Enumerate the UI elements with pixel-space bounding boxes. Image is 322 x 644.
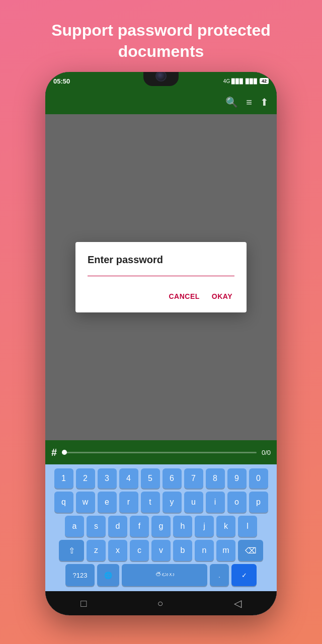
camera-lens (155, 72, 167, 82)
key-u[interactable]: u (184, 492, 203, 513)
key-j[interactable]: j (195, 516, 214, 537)
share-icon[interactable]: ⬆ (260, 96, 269, 108)
content-area: Enter password CANCEL OKAY (45, 114, 277, 440)
page-count: 0/0 (262, 449, 271, 456)
key-t[interactable]: t (141, 492, 160, 513)
dialog-input-underline (88, 276, 234, 276)
key-v[interactable]: v (151, 540, 171, 561)
title-line1: Support password protected (51, 21, 271, 39)
key-c[interactable]: c (130, 540, 149, 561)
key-b[interactable]: b (173, 540, 192, 561)
key-2[interactable]: 2 (76, 468, 95, 489)
keyboard-row-z: ⇧ z x c v b n m ⌫ (47, 540, 275, 561)
num-sym-key[interactable]: ?123 (65, 564, 95, 586)
key-m[interactable]: m (216, 540, 235, 561)
key-s[interactable]: s (87, 516, 106, 537)
key-f[interactable]: f (130, 516, 149, 537)
keyboard-row-numbers: 1 2 3 4 5 6 7 8 9 0 (47, 468, 275, 489)
key-x[interactable]: x (108, 540, 127, 561)
key-9[interactable]: 9 (227, 468, 247, 489)
keyboard-row-q: q w e r t y u i o p (47, 492, 275, 513)
period-key[interactable]: . (210, 564, 229, 586)
nav-home-icon[interactable]: ○ (157, 598, 163, 609)
phone-frame: 05:50 4G ▉▉▉ ▉▉▉ 42 🔍 ≡ ⬆ Enter password… (45, 72, 277, 615)
key-6[interactable]: 6 (163, 468, 182, 489)
key-o[interactable]: o (227, 492, 247, 513)
keyboard-row-a: a s d f g h j k l (47, 516, 275, 537)
status-icons: 4G ▉▉▉ ▉▉▉ 42 (223, 78, 269, 84)
bottom-bar: # 0/0 (45, 440, 277, 464)
key-i[interactable]: i (206, 492, 225, 513)
keyboard-row-bottom: ?123 🌐 తెలుగు . ✓ (47, 564, 275, 586)
key-q[interactable]: q (54, 492, 73, 513)
key-l[interactable]: l (238, 516, 257, 537)
backspace-key[interactable]: ⌫ (238, 540, 263, 561)
slider-thumb (62, 450, 67, 455)
signal-4g-icon: 4G ▉▉▉ (223, 78, 244, 84)
cancel-button[interactable]: CANCEL (167, 288, 201, 304)
menu-icon[interactable]: ≡ (246, 97, 252, 108)
key-0[interactable]: 0 (249, 468, 268, 489)
hash-icon: # (51, 447, 57, 458)
key-4[interactable]: 4 (119, 468, 138, 489)
page-title: Support password protected documents (31, 20, 291, 62)
key-d[interactable]: d (108, 516, 127, 537)
key-3[interactable]: 3 (98, 468, 117, 489)
key-n[interactable]: n (195, 540, 214, 561)
nav-back-icon[interactable]: ◁ (234, 597, 242, 609)
dialog-actions: CANCEL OKAY (88, 286, 234, 308)
key-y[interactable]: y (163, 492, 182, 513)
camera-bump (143, 72, 179, 86)
key-r[interactable]: r (119, 492, 138, 513)
keyboard: 1 2 3 4 5 6 7 8 9 0 q w e r t y u i (45, 464, 277, 591)
shift-key[interactable]: ⇧ (59, 540, 84, 561)
key-a[interactable]: a (65, 516, 84, 537)
okay-button[interactable]: OKAY (210, 288, 234, 304)
title-line2: documents (118, 42, 204, 60)
nav-bar: □ ○ ◁ (45, 591, 277, 615)
nav-recents-icon[interactable]: □ (80, 598, 87, 609)
signal-bars-icon: ▉▉▉ (246, 78, 258, 84)
key-7[interactable]: 7 (184, 468, 203, 489)
phone-screen: 05:50 4G ▉▉▉ ▉▉▉ 42 🔍 ≡ ⬆ Enter password… (45, 72, 277, 615)
key-h[interactable]: h (173, 516, 192, 537)
key-p[interactable]: p (249, 492, 268, 513)
battery-badge: 42 (260, 78, 269, 84)
page-slider[interactable] (62, 452, 257, 453)
key-g[interactable]: g (151, 516, 171, 537)
key-e[interactable]: e (98, 492, 117, 513)
status-time: 05:50 (53, 77, 70, 85)
key-w[interactable]: w (76, 492, 95, 513)
key-5[interactable]: 5 (141, 468, 160, 489)
dialog-box: Enter password CANCEL OKAY (75, 242, 247, 312)
key-k[interactable]: k (216, 516, 235, 537)
key-1[interactable]: 1 (54, 468, 73, 489)
app-toolbar: 🔍 ≡ ⬆ (45, 90, 277, 114)
globe-key[interactable]: 🌐 (97, 564, 119, 586)
space-key[interactable]: తెలుగు (122, 564, 207, 586)
dialog-title: Enter password (88, 254, 234, 266)
dialog-overlay: Enter password CANCEL OKAY (45, 114, 277, 440)
key-z[interactable]: z (87, 540, 106, 561)
enter-key[interactable]: ✓ (231, 564, 257, 586)
key-8[interactable]: 8 (206, 468, 225, 489)
search-icon[interactable]: 🔍 (225, 96, 238, 108)
